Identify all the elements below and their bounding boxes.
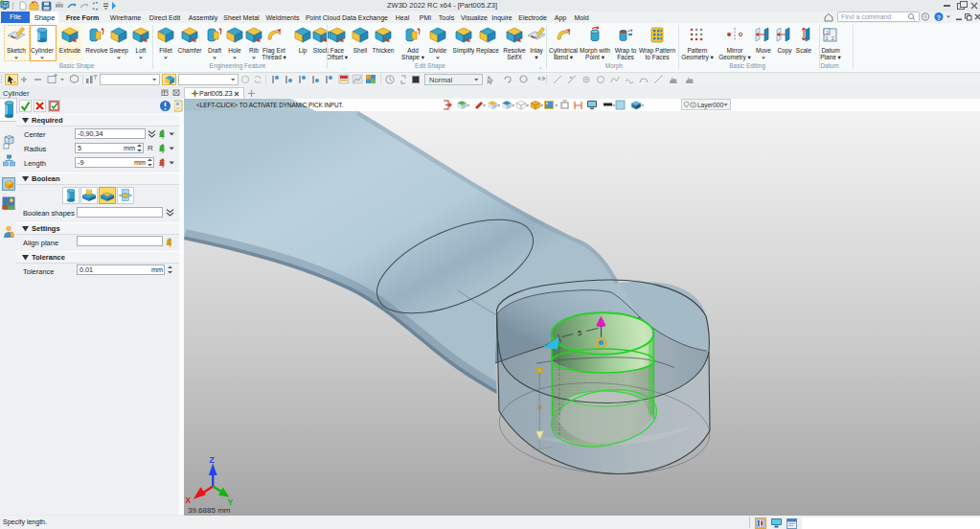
svg-text:Thicken: Thicken [373,47,395,54]
svg-text:Engineering Feature: Engineering Feature [210,62,266,70]
svg-text:Thread ▾: Thread ▾ [262,54,286,60]
svg-text:Draft: Draft [208,47,221,54]
svg-text:X: X [186,495,192,505]
svg-text:Datum: Datum [821,47,839,54]
svg-text:Extrude: Extrude [59,47,81,54]
svg-text:Loft: Loft [136,47,147,54]
svg-text:SelfX: SelfX [507,54,522,60]
svg-text:Hole: Hole [228,47,241,54]
svg-text:Resolve: Resolve [503,47,526,54]
svg-text:Sweep: Sweep [109,47,128,55]
svg-text:2: 2 [832,35,834,41]
svg-text:Basic Editing: Basic Editing [729,62,765,70]
svg-text:Scale: Scale [796,47,812,54]
svg-text:Add: Add [407,47,419,54]
svg-text:5: 5 [578,329,581,337]
svg-text:Pattern: Pattern [688,47,708,54]
svg-text:-9: -9 [536,403,543,412]
svg-text:Divide: Divide [429,47,446,54]
svg-text:Sketch: Sketch [7,47,26,54]
svg-text:Edit Shape: Edit Shape [415,62,445,70]
svg-text:Plane ▾: Plane ▾ [820,54,841,60]
svg-text:Lip: Lip [299,47,308,55]
svg-text:3: 3 [826,30,829,35]
svg-text:Faces: Faces [617,54,634,60]
svg-text:Z: Z [210,455,215,465]
svg-text:Replace: Replace [476,47,499,55]
svg-text:Mirror: Mirror [727,47,744,54]
svg-text:Offset ▾: Offset ▾ [327,54,349,60]
svg-text:Geometry ▾: Geometry ▾ [681,54,714,61]
svg-text:Chamfer: Chamfer [178,47,203,54]
svg-text:Face: Face [330,47,345,54]
svg-text:Cylinder: Cylinder [31,47,55,55]
svg-text:Copy: Copy [777,47,792,55]
svg-text:Rib: Rib [249,47,259,54]
svg-text:to Faces: to Faces [646,54,671,60]
svg-text:Bend ▾: Bend ▾ [554,54,574,60]
svg-text:Shell: Shell [353,47,368,54]
svg-text:Datum: Datum [820,62,838,69]
svg-text:⌞: ⌞ [539,63,542,69]
svg-text:Point ▾: Point ▾ [585,54,605,60]
svg-text:Basic Shape: Basic Shape [59,62,95,70]
svg-text:Revolve: Revolve [85,47,108,54]
svg-text:▾: ▾ [535,54,538,60]
svg-text:Find a command: Find a command [841,13,891,20]
svg-text:Fillet: Fillet [159,47,172,54]
svg-text:1: 1 [826,35,829,41]
svg-text:Simplify: Simplify [453,47,476,55]
svg-text:Shape ▾: Shape ▾ [401,54,425,61]
svg-text:Move: Move [756,47,771,54]
svg-text:39.6885 mm: 39.6885 mm [188,506,231,515]
svg-text:Geometry ▾: Geometry ▾ [718,54,751,61]
svg-text:?: ? [937,14,941,21]
svg-text:Morph: Morph [605,62,624,70]
svg-text:Normal: Normal [429,76,453,84]
